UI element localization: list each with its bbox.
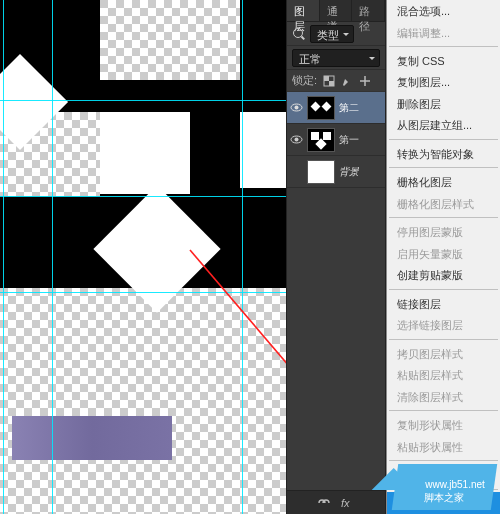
svg-rect-12 — [311, 132, 319, 140]
svg-rect-6 — [308, 97, 334, 119]
lock-label: 锁定: — [292, 73, 317, 88]
svg-point-5 — [295, 106, 299, 110]
layers-panel: 图层 通道 路径 类型 正常 锁定: 第二 第一 — [286, 0, 386, 514]
guide-horizontal — [0, 196, 286, 197]
layer-row[interactable]: 背景 — [287, 156, 385, 188]
search-icon — [292, 27, 306, 41]
visibility-icon[interactable] — [290, 101, 303, 114]
layer-thumb — [307, 128, 335, 152]
white-block — [240, 112, 286, 188]
menu-separator — [389, 289, 498, 290]
lock-paint-icon[interactable] — [341, 75, 353, 87]
menu-item[interactable]: 复制 CSS — [387, 50, 500, 72]
guide-horizontal — [0, 100, 286, 101]
link-icon[interactable] — [316, 497, 332, 509]
layer-thumb — [307, 160, 335, 184]
menu-item[interactable]: 复制图层... — [387, 71, 500, 93]
panel-tabs: 图层 通道 路径 — [287, 0, 385, 22]
lock-row: 锁定: — [287, 70, 385, 92]
svg-rect-3 — [329, 81, 334, 86]
menu-separator — [389, 167, 498, 168]
svg-rect-13 — [323, 132, 331, 140]
layer-filter-row: 类型 — [287, 22, 385, 46]
layer-name: 背景 — [339, 165, 359, 179]
panel-footer: fx — [287, 490, 385, 514]
transparency-area — [100, 0, 240, 80]
blend-mode-row: 正常 — [287, 46, 385, 70]
layer-thumb — [307, 96, 335, 120]
watermark-badge: www.jb51.net 脚本之家 — [391, 464, 497, 510]
context-menu: 混合选项...编辑调整...复制 CSS复制图层...删除图层从图层建立组...… — [386, 0, 500, 514]
watermark-url: www.jb51.net — [425, 478, 484, 491]
document-canvas[interactable] — [0, 0, 286, 514]
layers-list: 第二 第一 背景 — [287, 92, 385, 490]
layer-row[interactable]: 第二 — [287, 92, 385, 124]
menu-item[interactable]: 转换为智能对象 — [387, 143, 500, 165]
menu-item[interactable]: 栅格化图层 — [387, 171, 500, 193]
menu-item: 粘贴图层样式 — [387, 364, 500, 386]
menu-item[interactable]: 创建剪贴蒙版 — [387, 264, 500, 286]
layer-name: 第一 — [339, 133, 359, 147]
svg-rect-2 — [324, 76, 329, 81]
fx-icon[interactable]: fx — [340, 497, 356, 509]
menu-item: 拷贝图层样式 — [387, 343, 500, 365]
menu-item: 停用图层蒙版 — [387, 221, 500, 243]
visibility-icon[interactable] — [290, 133, 303, 146]
blend-mode-select[interactable]: 正常 — [292, 49, 380, 67]
filter-type-select[interactable]: 类型 — [310, 25, 354, 43]
menu-item: 编辑调整... — [387, 22, 500, 44]
tab-paths[interactable]: 路径 — [352, 0, 385, 21]
guide-vertical — [3, 0, 4, 514]
white-block — [100, 112, 190, 194]
menu-separator — [389, 339, 498, 340]
layer-name: 第二 — [339, 101, 359, 115]
layer-row[interactable]: 第一 — [287, 124, 385, 156]
lock-position-icon[interactable] — [359, 75, 371, 87]
guide-vertical — [242, 0, 243, 514]
menu-item: 启用矢量蒙版 — [387, 243, 500, 265]
menu-item[interactable]: 链接图层 — [387, 293, 500, 315]
menu-separator — [389, 217, 498, 218]
transparency-area — [0, 288, 286, 514]
menu-separator — [389, 410, 498, 411]
guide-vertical — [52, 0, 53, 514]
menu-item[interactable]: 从图层建立组... — [387, 114, 500, 136]
menu-item: 选择链接图层 — [387, 314, 500, 336]
menu-item[interactable]: 删除图层 — [387, 93, 500, 115]
svg-text:fx: fx — [341, 497, 350, 509]
tab-channels[interactable]: 通道 — [320, 0, 353, 21]
menu-item[interactable]: 混合选项... — [387, 0, 500, 22]
watermark-text: 脚本之家 — [423, 491, 482, 504]
svg-point-10 — [295, 138, 299, 142]
guide-horizontal — [0, 292, 286, 293]
menu-item: 复制形状属性 — [387, 414, 500, 436]
black-block — [0, 196, 100, 288]
tab-layers[interactable]: 图层 — [287, 0, 320, 21]
menu-separator — [389, 46, 498, 47]
menu-item: 栅格化图层样式 — [387, 193, 500, 215]
menu-item: 清除图层样式 — [387, 386, 500, 408]
menu-separator — [389, 139, 498, 140]
gradient-block — [12, 416, 172, 460]
lock-transparency-icon[interactable] — [323, 75, 335, 87]
